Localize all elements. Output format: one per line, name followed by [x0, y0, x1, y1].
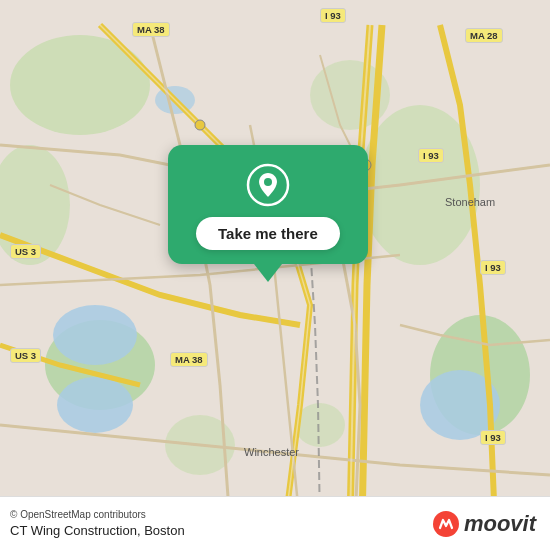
road-label-ma28: MA 28	[465, 28, 503, 43]
svg-point-14	[195, 120, 205, 130]
road-label-i93-mid: I 93	[418, 148, 444, 163]
city-label-winchester: Winchester	[244, 446, 299, 458]
popup-bubble: Take me there	[168, 145, 368, 264]
moovit-logo: moovit	[432, 510, 536, 538]
svg-point-8	[295, 403, 345, 447]
svg-point-16	[264, 178, 272, 186]
bottom-bar: © OpenStreetMap contributors CT Wing Con…	[0, 496, 550, 550]
location-popup: Take me there	[168, 145, 368, 282]
location-label: CT Wing Construction, Boston	[10, 523, 185, 538]
map-container: I 93 MA 38 MA 28 I 93 I 93 US 3 US 3 MA …	[0, 0, 550, 550]
road-label-i93-bot: I 93	[480, 430, 506, 445]
svg-point-9	[53, 305, 137, 365]
moovit-icon	[432, 510, 460, 538]
road-label-i93-mid2: I 93	[480, 260, 506, 275]
road-label-us3-top: US 3	[10, 244, 41, 259]
location-pin-icon	[246, 163, 290, 207]
road-label-i93-top: I 93	[320, 8, 346, 23]
attribution-text: © OpenStreetMap contributors	[10, 509, 185, 520]
svg-point-10	[57, 377, 133, 433]
road-label-us3-bot: US 3	[10, 348, 41, 363]
city-label-stoneham: Stoneham	[445, 196, 495, 208]
moovit-logo-text: moovit	[464, 511, 536, 537]
road-label-ma38-bot: MA 38	[170, 352, 208, 367]
popup-tail	[254, 264, 282, 282]
road-label-ma38-top: MA 38	[132, 22, 170, 37]
take-me-there-button[interactable]: Take me there	[196, 217, 340, 250]
